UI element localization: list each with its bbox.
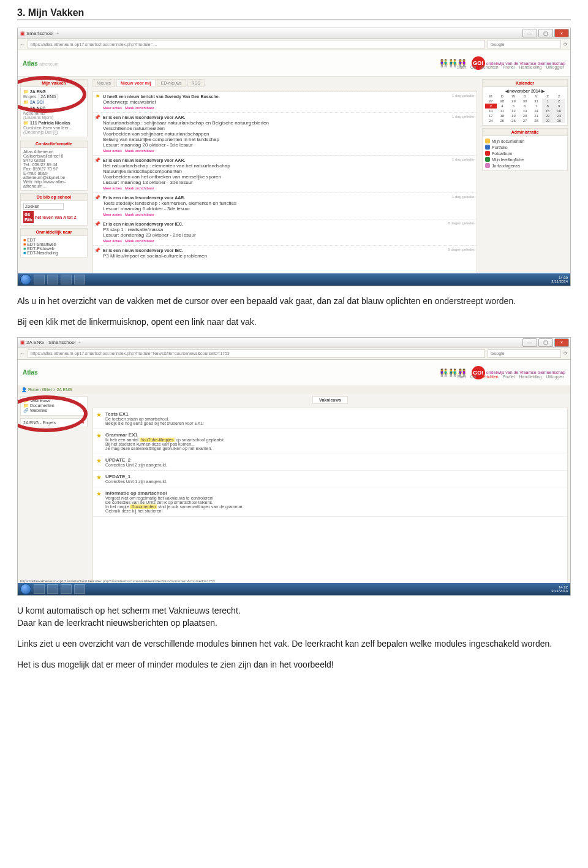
calendar-panel: Kalender ◀ november 2014 ▶ MDWDVZZ 27282… [482, 79, 568, 126]
start-orb[interactable] [20, 274, 31, 285]
course-modules-panel: 📁 Vaknieuws 📁 Documenten 🔗 Weblinks [20, 396, 88, 416]
search-field[interactable]: Google [488, 40, 561, 48]
task-icon[interactable] [74, 275, 85, 284]
body-text: Bij een klik met de linkermuisknop, open… [17, 316, 571, 328]
star-icon: ★ [96, 432, 102, 451]
module-documenten[interactable]: 📁 Documenten [23, 403, 85, 408]
breadcrumb: 👤 Ruben Gillet > 2A ENG [18, 386, 570, 394]
star-icon: ★ [96, 490, 102, 513]
admin-panel: Administratie Mijn documenten Portfolio … [482, 128, 568, 171]
task-icon[interactable] [74, 584, 85, 594]
url-field[interactable]: https://atlas-atheneum-op17.smartschool.… [28, 349, 485, 358]
school-logo-sub: atheneum [39, 62, 58, 66]
mijn-vakken-panel: Mijn vakken 📁 2A ENG Engels 2A ENG 📁 2A … [20, 79, 88, 137]
task-icon[interactable] [34, 584, 45, 594]
school-logo-text: Atlas [23, 60, 37, 67]
star-icon: ★ [96, 457, 102, 467]
windows-taskbar: 14:303/11/2014 [18, 273, 570, 286]
browser-tab-title[interactable]: Smartschool [26, 31, 53, 36]
url-field[interactable]: https://atlas-atheneum-op17.smartschool.… [28, 40, 485, 48]
task-icon[interactable] [61, 584, 72, 594]
back-icon[interactable]: ← [20, 351, 25, 356]
window-maximize[interactable]: ▢ [538, 338, 553, 347]
contact-info-panel: Contactinformatie Atlas Atheneum Callaer… [20, 140, 88, 191]
tab-nieuw-voor-mij[interactable]: Nieuw voor mij [116, 79, 156, 87]
back-icon[interactable]: ← [20, 42, 25, 47]
course-item-ned[interactable]: 📁 2A NED Nederlands (Lauvens Bjorn) [23, 105, 85, 120]
tab-nieuws[interactable]: Nieuws [92, 79, 115, 87]
tab-favicon: ▣ [20, 340, 25, 345]
body-text: Als u in het overzicht van de vakken met… [17, 295, 571, 307]
tab-rss[interactable]: RSS [187, 79, 205, 87]
tab-favicon: ▣ [20, 31, 25, 36]
quicklinks-panel: Onmiddellijk naar ■ EDT ■ EDT-Smartweb ■… [20, 228, 88, 257]
task-icon[interactable] [47, 275, 58, 284]
window-close[interactable]: × [554, 29, 569, 37]
window-minimize[interactable]: — [522, 29, 537, 37]
window-close[interactable]: × [554, 338, 569, 347]
school-logo-text: Atlas [23, 369, 37, 376]
bib-search[interactable]: Zoeken [23, 203, 64, 210]
feed-tabs: Nieuws Nieuw voor mij ED-nieuws RSS [92, 79, 477, 87]
start-orb[interactable] [20, 584, 31, 595]
module-vaknieuws[interactable]: 📁 Vaknieuws [23, 398, 85, 403]
browser-address-bar: ← https://atlas-atheneum-op17.smartschoo… [18, 39, 570, 50]
pin-icon: 📌 [94, 115, 100, 153]
task-icon[interactable] [61, 275, 72, 284]
system-clock: 14:323/11/2014 [551, 585, 568, 593]
task-icon[interactable] [34, 275, 45, 284]
screenshot-1: ▣ Smartschool + — ▢ × ← https://atlas-at… [17, 28, 571, 286]
window-maximize[interactable]: ▢ [538, 29, 553, 37]
task-icon[interactable] [47, 584, 58, 594]
screenshot-2: ▣ 2A ENG - Smartschool + — ▢ × ← https:/… [17, 337, 571, 596]
top-nav: Start Ga Berichten Profiel Handleiding U… [454, 65, 564, 69]
body-text: U komt automatisch op het scherm met Vak… [17, 604, 571, 630]
body-text: Links ziet u een overzicht van de versch… [17, 638, 571, 650]
tab-ed-nieuws[interactable]: ED-nieuws [157, 79, 186, 87]
course-item-eng[interactable]: 📁 2A ENG Engels 2A ENG [23, 89, 85, 99]
home-icon[interactable]: ⟳ [564, 351, 568, 356]
top-nav: Start Ga Berichten Profiel Handleiding U… [454, 375, 564, 379]
flag-icon: ⚑ [94, 94, 100, 110]
browser-tab-title[interactable]: 2A ENG - Smartschool [26, 340, 75, 345]
window-titlebar: ▣ Smartschool + — ▢ × [18, 28, 570, 39]
search-field[interactable]: Google [488, 349, 561, 358]
body-text: Het is dus mogelijk dat er meer of minde… [17, 658, 571, 671]
course-select: 2A ENG - Engels ▾ [20, 418, 88, 427]
course-item-nicolas[interactable]: 📁 111 Patricia Nicolas Cursisten leren v… [23, 120, 85, 135]
course-item-sci[interactable]: 📁 2A SCI [23, 99, 85, 105]
star-icon: ★ [96, 474, 102, 484]
bib-panel: De bib op school Zoeken deBib het leven … [20, 193, 88, 226]
system-clock: 14:303/11/2014 [551, 276, 568, 283]
star-icon: ★ [96, 411, 102, 425]
module-weblinks[interactable]: 🔗 Weblinks [23, 408, 85, 413]
panel-title: Mijn vakken [21, 80, 87, 87]
vaknieuws-tab: Vaknieuws [312, 396, 348, 404]
section-heading: 3. Mijn Vakken [17, 7, 571, 20]
window-minimize[interactable]: — [522, 338, 537, 347]
windows-taskbar: 14:323/11/2014 [18, 583, 570, 595]
home-icon[interactable]: ⟳ [564, 42, 568, 47]
